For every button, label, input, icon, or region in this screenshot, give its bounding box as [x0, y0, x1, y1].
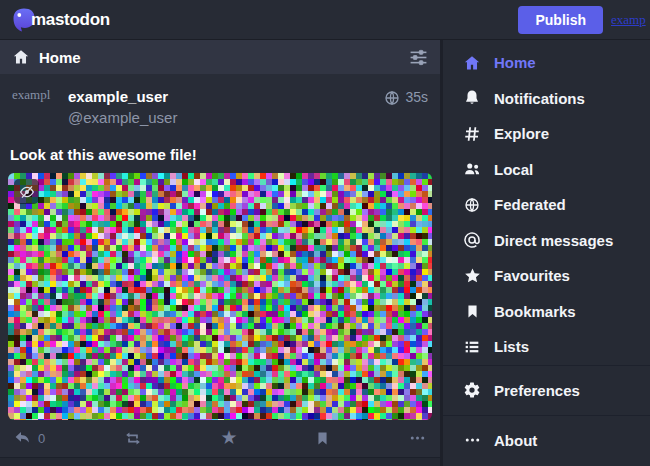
boost-icon — [123, 430, 143, 447]
timestamp: 35s — [405, 89, 428, 105]
home-icon — [462, 54, 482, 72]
more-options-button[interactable] — [408, 429, 427, 447]
star-icon — [462, 267, 482, 285]
ellipsis-icon — [408, 429, 427, 447]
home-icon — [12, 48, 30, 66]
sidebar-main-items: HomeNotificationsExploreLocalFederatedDi… — [443, 45, 650, 365]
reply-icon — [13, 429, 32, 447]
list-icon — [462, 339, 482, 355]
avatar[interactable]: exampl — [12, 87, 58, 133]
status-header: exampl example_user @example_user 35s — [0, 74, 440, 133]
status: exampl example_user @example_user 35s Lo… — [0, 74, 440, 458]
publish-button[interactable]: Publish — [518, 6, 603, 34]
sidebar-item-explore[interactable]: Explore — [443, 116, 650, 152]
gear-icon — [462, 381, 482, 399]
bookmark-button[interactable] — [315, 430, 330, 447]
ellipsis-icon — [462, 431, 482, 449]
eye-slash-icon — [19, 184, 35, 200]
column-settings-sliders-icon[interactable] — [409, 48, 428, 67]
hashtag-icon — [462, 125, 482, 143]
sidebar-item-label: Local — [494, 161, 533, 178]
sidebar-item-label: Direct messages — [494, 232, 613, 249]
mastodon-logo[interactable]: mastodon — [10, 6, 110, 34]
sidebar-item-label: Favourites — [494, 267, 570, 284]
reply-button[interactable]: 0 — [13, 429, 45, 447]
reply-count: 0 — [38, 431, 45, 446]
sidebar-item-label: Bookmarks — [494, 303, 576, 320]
main-layout: Home exampl example_user @example_user 3… — [0, 40, 650, 466]
boost-button[interactable] — [123, 430, 143, 447]
sidebar-item-direct-messages[interactable]: Direct messages — [443, 223, 650, 259]
globe-icon — [462, 197, 482, 213]
sidebar-item-federated[interactable]: Federated — [443, 187, 650, 223]
bell-icon — [462, 89, 482, 107]
column-title: Home — [39, 49, 400, 66]
sidebar-footer-items: PreferencesAbout — [443, 365, 650, 465]
account-handle: @example_user — [68, 109, 374, 126]
sidebar-item-label: Home — [494, 54, 536, 71]
display-name: example_user — [68, 88, 374, 105]
topbar-right: Publish examp — [518, 6, 650, 34]
sidebar-item-local[interactable]: Local — [443, 152, 650, 188]
author-name-link[interactable]: example_user @example_user — [68, 87, 374, 133]
timeline-column: Home exampl example_user @example_user 3… — [0, 40, 443, 466]
sidebar-item-bookmarks[interactable]: Bookmarks — [443, 294, 650, 330]
sidebar-item-about[interactable]: About — [443, 416, 650, 465]
mastodon-app: mastodon Publish examp Home exampl examp… — [0, 0, 650, 466]
bookmark-icon — [462, 303, 482, 320]
top-bar: mastodon Publish examp — [0, 0, 650, 40]
action-bar: 0 ★ — [0, 420, 440, 457]
column-header[interactable]: Home — [0, 40, 440, 74]
corner-user-link[interactable]: examp — [611, 12, 650, 28]
sidebar-item-preferences[interactable]: Preferences — [443, 366, 650, 415]
sidebar-nav: HomeNotificationsExploreLocalFederatedDi… — [443, 40, 650, 466]
bookmark-icon — [315, 430, 330, 447]
users-icon — [462, 160, 482, 178]
timestamp-link[interactable]: 35s — [384, 87, 428, 133]
brand-wordmark: mastodon — [31, 10, 110, 30]
sidebar-item-label: About — [494, 432, 537, 449]
sidebar-item-favourites[interactable]: Favourites — [443, 258, 650, 294]
globe-icon — [384, 90, 400, 106]
media-attachment[interactable] — [8, 173, 432, 420]
sidebar-item-label: Explore — [494, 125, 549, 142]
status-content: Look at this awesome file! — [0, 133, 440, 163]
sidebar-item-label: Preferences — [494, 382, 580, 399]
sidebar-item-home[interactable]: Home — [443, 45, 650, 81]
star-icon: ★ — [221, 429, 238, 447]
favourite-button[interactable]: ★ — [221, 429, 238, 447]
hide-media-button[interactable] — [14, 179, 39, 204]
sidebar-item-label: Lists — [494, 338, 529, 355]
sidebar-item-notifications[interactable]: Notifications — [443, 81, 650, 117]
attachment-noise-image[interactable] — [8, 173, 432, 420]
sidebar-item-label: Notifications — [494, 90, 585, 107]
sidebar-item-lists[interactable]: Lists — [443, 329, 650, 365]
load-more-button[interactable]: Load more — [0, 458, 440, 466]
at-icon — [462, 231, 482, 249]
sidebar-item-label: Federated — [494, 196, 566, 213]
